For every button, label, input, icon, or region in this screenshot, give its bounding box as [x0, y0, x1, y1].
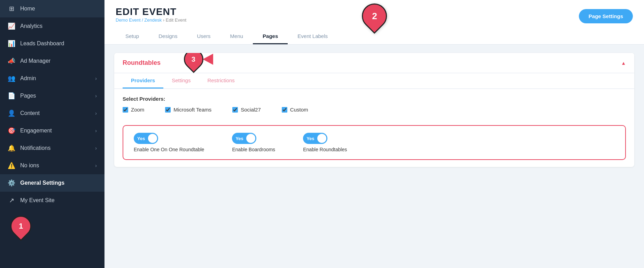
checkbox-social27[interactable]: Social27: [232, 107, 261, 113]
nav-tabs: Setup Designs Users Menu Pages Event Lab…: [116, 29, 633, 44]
settings-icon: ⚙️: [8, 179, 15, 187]
sidebar-item-label: Pages: [20, 93, 36, 99]
admin-icon: 👥: [8, 75, 15, 82]
chevron-icon: ›: [95, 163, 97, 168]
toggle-yes-label: Yes: [137, 136, 145, 141]
sidebar: 1 ⊞ Home 📈 Analytics 📊 Leads Dashboard 📣…: [0, 0, 104, 268]
annotation-badge-1: 1: [10, 216, 31, 237]
toggle-boardrooms: Yes Enable Boardrooms: [232, 133, 275, 152]
checkboxes-row: Zoom Microsoft Teams Social27 Custom: [123, 107, 626, 113]
engagement-icon: 🎯: [8, 127, 15, 135]
social27-checkbox[interactable]: [232, 107, 238, 113]
chevron-icon: ›: [95, 145, 97, 151]
sidebar-item-ad-manager[interactable]: 📣 Ad Manager: [0, 52, 104, 70]
subtab-providers[interactable]: Providers: [123, 73, 163, 89]
toggle-knob: [246, 134, 255, 143]
section-title: Roundtables: [123, 59, 161, 67]
sidebar-item-engagement[interactable]: 🎯 Engagement ›: [0, 122, 104, 139]
sidebar-item-my-event-site[interactable]: ↗ My Event Site: [0, 192, 104, 209]
breadcrumb: Demo Event / Zendesk › Edit Event: [116, 17, 186, 23]
custom-label: Custom: [290, 107, 308, 113]
providers-section: Select Providers: Zoom Microsoft Teams S…: [114, 89, 634, 120]
subtab-restrictions[interactable]: Restrictions: [199, 73, 243, 89]
tab-users[interactable]: Users: [187, 29, 220, 44]
toggle-knob: [148, 134, 157, 143]
toggle-knob: [317, 134, 326, 143]
toggle-one-on-one-switch[interactable]: Yes: [134, 133, 158, 144]
sidebar-item-label: Leads Dashboard: [20, 40, 64, 47]
external-link-icon: ↗: [8, 197, 15, 204]
page-settings-button[interactable]: Page Settings: [579, 9, 633, 23]
toggle-roundtables: Yes Enable Roundtables: [303, 133, 347, 152]
sidebar-item-home[interactable]: ⊞ Home: [0, 0, 104, 17]
breadcrumb-separator: ›: [163, 17, 166, 23]
sidebar-item-label: No ions: [20, 162, 39, 169]
checkbox-custom[interactable]: Custom: [282, 107, 308, 113]
sidebar-item-label: Engagement: [20, 128, 52, 134]
toggle-one-on-one-label: Enable One On One Roundtable: [134, 147, 204, 152]
content-area: 3 Roundtables ▲ Providers Settings Restr…: [104, 45, 644, 268]
sidebar-item-analytics[interactable]: 📈 Analytics: [0, 17, 104, 35]
toggle-one-on-one: Yes Enable One On One Roundtable: [134, 133, 204, 152]
sidebar-item-label: Analytics: [20, 23, 42, 29]
pages-icon: 📄: [8, 92, 15, 100]
toggle-boardrooms-switch[interactable]: Yes: [232, 133, 256, 144]
tab-setup[interactable]: Setup: [116, 29, 149, 44]
chevron-icon: ›: [95, 110, 97, 116]
sidebar-item-leads-dashboard[interactable]: 📊 Leads Dashboard: [0, 35, 104, 52]
main-content: 2 EDIT EVENT Demo Event / Zendesk › Edit…: [104, 0, 644, 268]
tab-pages[interactable]: Pages: [253, 29, 288, 44]
sidebar-item-label: Admin: [20, 75, 36, 82]
custom-checkbox[interactable]: [282, 107, 287, 113]
zoom-label: Zoom: [131, 107, 144, 113]
sidebar-item-content[interactable]: 👤 Content ›: [0, 105, 104, 122]
page-header: 2 EDIT EVENT Demo Event / Zendesk › Edit…: [104, 0, 644, 45]
social27-label: Social27: [241, 107, 261, 113]
toggle-roundtables-label: Enable Roundtables: [303, 147, 347, 152]
collapse-arrow-icon[interactable]: ▲: [621, 60, 626, 66]
microsoft-teams-label: Microsoft Teams: [173, 107, 211, 113]
noions-icon: ⚠️: [8, 162, 15, 169]
page-title: EDIT EVENT: [116, 6, 186, 17]
ad-manager-icon: 📣: [8, 57, 15, 65]
toggle-yes-label: Yes: [307, 136, 314, 141]
toggle-box: Yes Enable One On One Roundtable Yes Ena…: [123, 125, 626, 160]
sidebar-item-label: Notifications: [20, 145, 51, 151]
sidebar-item-label: General Settings: [20, 180, 64, 186]
chevron-icon: ›: [95, 93, 97, 99]
sidebar-item-label: Content: [20, 110, 40, 116]
analytics-icon: 📈: [8, 22, 15, 30]
sidebar-item-notifications[interactable]: 🔔 Notifications ›: [0, 139, 104, 157]
sidebar-item-pages[interactable]: 📄 Pages ›: [0, 87, 104, 105]
home-icon: ⊞: [8, 5, 15, 13]
content-icon: 👤: [8, 109, 15, 117]
tab-designs[interactable]: Designs: [149, 29, 187, 44]
providers-label: Select Providers:: [123, 96, 626, 102]
toggle-yes-label: Yes: [235, 136, 243, 141]
microsoft-teams-checkbox[interactable]: [165, 107, 171, 113]
sidebar-item-label: Home: [20, 6, 35, 12]
leads-icon: 📊: [8, 40, 15, 47]
roundtables-card: 3 Roundtables ▲ Providers Settings Restr…: [114, 53, 634, 167]
zoom-checkbox[interactable]: [123, 107, 128, 113]
notifications-icon: 🔔: [8, 144, 15, 152]
subtab-settings[interactable]: Settings: [163, 73, 199, 89]
sidebar-item-no-ions[interactable]: ⚠️ No ions ›: [0, 157, 104, 174]
sidebar-item-label: My Event Site: [20, 197, 55, 204]
chevron-icon: ›: [95, 76, 97, 81]
checkbox-zoom[interactable]: Zoom: [123, 107, 144, 113]
tab-menu[interactable]: Menu: [220, 29, 253, 44]
tab-event-labels[interactable]: Event Labels: [288, 29, 337, 44]
checkbox-microsoft-teams[interactable]: Microsoft Teams: [165, 107, 211, 113]
sidebar-item-label: Ad Manager: [20, 58, 51, 64]
sidebar-item-admin[interactable]: 👥 Admin ›: [0, 70, 104, 87]
sidebar-item-general-settings[interactable]: ⚙️ General Settings: [0, 174, 104, 192]
toggle-boardrooms-label: Enable Boardrooms: [232, 147, 275, 152]
breadcrumb-link[interactable]: Demo Event / Zendesk: [116, 17, 162, 23]
header-top: EDIT EVENT Demo Event / Zendesk › Edit E…: [116, 6, 633, 26]
breadcrumb-current: Edit Event: [166, 17, 186, 23]
sub-tabs: Providers Settings Restrictions: [114, 73, 634, 89]
section-header: Roundtables ▲: [114, 53, 634, 73]
toggle-roundtables-switch[interactable]: Yes: [303, 133, 327, 144]
chevron-icon: ›: [95, 128, 97, 133]
